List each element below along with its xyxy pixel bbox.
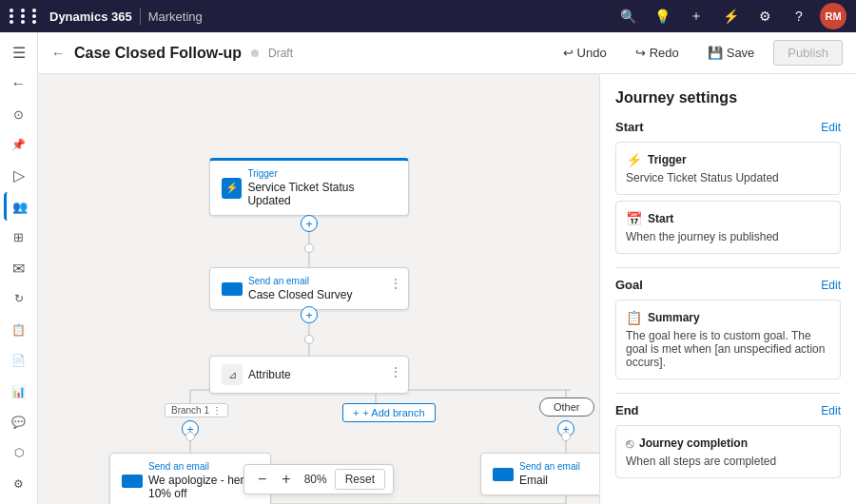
goal-card-text: The goal here is to custom goal. The goa… [626, 329, 830, 369]
end-card-title: Journey completion [639, 436, 748, 450]
sidebar-play[interactable]: ▷ [4, 162, 34, 190]
content-area: ← Case Closed Follow-up Draft ↩ Undo ↪ R… [38, 32, 856, 504]
email2-icon [122, 475, 143, 488]
help-icon[interactable]: ? [786, 3, 812, 29]
start-card[interactable]: 📅 Start When the journey is published [615, 201, 841, 254]
email3-icon [493, 468, 514, 481]
sidebar-pages[interactable]: 📄 [4, 346, 34, 375]
email3-label: Send an email [519, 461, 580, 472]
undo-icon: ↩ [563, 46, 574, 60]
reset-button[interactable]: Reset [335, 469, 385, 490]
email1-label: Send an email [248, 276, 352, 286]
canvas-settings-layout: ⚡ Trigger Service Ticket Status Updated … [38, 74, 856, 504]
redo-icon: ↪ [635, 46, 646, 60]
status-badge: Draft [268, 47, 293, 60]
sidebar-leads[interactable]: ⬡ [4, 438, 34, 467]
email2-title: We apologize - here's 10% off [148, 474, 259, 500]
trigger-icon: ⚡ [222, 178, 242, 199]
add-branch-plus-icon: + [353, 407, 359, 418]
section-divider-1 [615, 267, 841, 268]
sidebar-conversations[interactable]: 💬 [4, 408, 34, 436]
main-layout: ☰ ← ⊙ 📌 ▷ 👥 ⊞ ✉ ↻ 📋 📄 📊 💬 ⬡ ⚙ ← Case Clo… [0, 32, 856, 504]
page-title: Case Closed Follow-up [74, 45, 242, 62]
start-card-title: Start [648, 212, 673, 225]
sidebar-settings[interactable]: ⚙ [4, 470, 34, 498]
header-bar: ← Case Closed Follow-up Draft ↩ Undo ↪ R… [38, 32, 856, 74]
settings-icon[interactable]: ⚙ [751, 3, 778, 29]
sidebar-recent[interactable]: ⊙ [4, 100, 34, 128]
app-name: Dynamics 365 [49, 10, 132, 24]
start-section-label: Start [615, 120, 644, 134]
trigger-title: Service Ticket Status Updated [247, 181, 397, 207]
attribute-menu[interactable]: ⋮ [389, 364, 402, 379]
sidebar: ☰ ← ⊙ 📌 ▷ 👥 ⊞ ✉ ↻ 📋 📄 📊 💬 ⬡ ⚙ [0, 32, 38, 504]
sidebar-contacts[interactable]: 👥 [4, 192, 34, 221]
email3-title: Email [519, 474, 580, 487]
trigger-label: Trigger [247, 168, 397, 179]
trigger-card-icon: ⚡ [626, 152, 642, 167]
end-section: End Edit ⎋ Journey completion When all s… [615, 403, 841, 478]
end-card-icon: ⎋ [626, 436, 633, 451]
trigger-card-value: Service Ticket Status Updated [626, 171, 830, 184]
nav-divider [140, 8, 141, 25]
connector-circle-2 [304, 335, 314, 344]
zoom-in-button[interactable]: + [276, 469, 296, 490]
top-navigation: Dynamics 365 Marketing 🔍 💡 ＋ ⚡ ⚙ ? RM [0, 0, 856, 32]
user-avatar[interactable]: RM [820, 3, 846, 29]
attribute-icon: ⊿ [222, 364, 243, 385]
search-icon[interactable]: 🔍 [614, 3, 641, 29]
sidebar-forms[interactable]: 📋 [4, 316, 34, 344]
start-edit-link[interactable]: Edit [821, 121, 841, 134]
sidebar-journeys[interactable]: ↻ [4, 284, 34, 313]
add-icon[interactable]: ＋ [683, 3, 710, 29]
other-branch-oval[interactable]: Other [539, 397, 594, 417]
back-button[interactable]: ← [51, 46, 65, 61]
email1-icon [222, 282, 243, 296]
email1-node[interactable]: Send an email Case Closed Survey ⋮ [209, 267, 409, 310]
end-edit-link[interactable]: Edit [821, 404, 841, 417]
email3-node[interactable]: Send an email Email ⚠ [480, 453, 599, 495]
start-card-icon: 📅 [626, 211, 642, 226]
filter-icon[interactable]: ⚡ [717, 3, 744, 29]
goal-card[interactable]: 📋 Summary The goal here is to custom goa… [615, 300, 841, 379]
goal-card-title: Summary [648, 311, 700, 324]
zoom-toolbar: − + 80% Reset [243, 464, 394, 494]
attribute-node[interactable]: ⊿ Attribute ⋮ [209, 356, 409, 394]
journey-canvas[interactable]: ⚡ Trigger Service Ticket Status Updated … [38, 74, 599, 504]
trigger-card[interactable]: ⚡ Trigger Service Ticket Status Updated [615, 142, 841, 195]
goal-edit-link[interactable]: Edit [821, 279, 841, 292]
sidebar-pin[interactable]: 📌 [4, 130, 34, 159]
app-module: Marketing [148, 10, 203, 24]
email1-menu[interactable]: ⋮ [389, 276, 402, 291]
goal-section-label: Goal [615, 278, 643, 292]
start-section: Start Edit ⚡ Trigger Service Ticket Stat… [615, 120, 841, 254]
add-after-trigger[interactable]: + [301, 215, 318, 232]
connector-circle-4 [561, 432, 571, 441]
redo-button[interactable]: ↪ Redo [626, 41, 689, 65]
sidebar-analytics[interactable]: 📊 [4, 377, 34, 405]
end-section-label: End [615, 403, 639, 417]
add-branch-button[interactable]: + + Add branch [342, 403, 436, 422]
sidebar-menu[interactable]: ☰ [4, 38, 34, 67]
undo-button[interactable]: ↩ Undo [554, 41, 616, 65]
end-card-value: When all steps are completed [626, 455, 830, 468]
end-card[interactable]: ⎋ Journey completion When all steps are … [615, 425, 841, 478]
connector-circle-1 [304, 243, 314, 253]
sidebar-back[interactable]: ← [4, 68, 34, 97]
save-icon: 💾 [708, 46, 723, 60]
ideas-icon[interactable]: 💡 [649, 3, 675, 29]
goal-section: Goal Edit 📋 Summary The goal here is to … [615, 278, 841, 379]
sidebar-segments[interactable]: ⊞ [4, 223, 34, 251]
publish-button[interactable]: Publish [773, 40, 843, 66]
trigger-node[interactable]: ⚡ Trigger Service Ticket Status Updated [209, 158, 409, 216]
settings-panel-title: Journey settings [615, 89, 841, 107]
add-after-email1[interactable]: + [301, 306, 318, 323]
save-button[interactable]: 💾 Save [698, 41, 765, 65]
app-grid-icon[interactable] [10, 9, 42, 24]
connector-circle-3 [185, 432, 195, 441]
zoom-out-button[interactable]: − [252, 469, 272, 490]
attribute-label: Attribute [248, 368, 291, 381]
status-dot [251, 49, 259, 57]
sidebar-emails[interactable]: ✉ [4, 254, 34, 282]
branch1-label[interactable]: Branch 1 ⋮ [165, 403, 228, 417]
